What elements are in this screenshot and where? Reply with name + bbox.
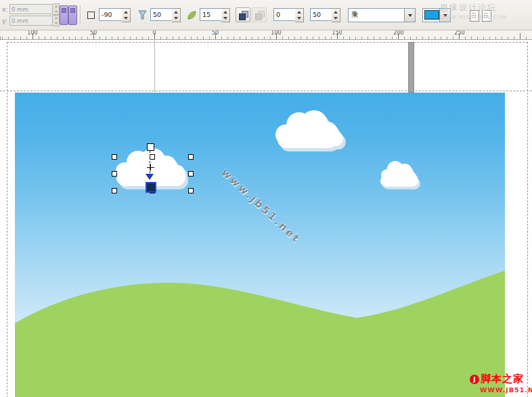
shadow-opacity-icon (135, 7, 150, 22)
y-offset-field (9, 16, 53, 26)
cloud-middle[interactable] (275, 110, 346, 151)
shadow-angle-spinner[interactable] (122, 8, 131, 22)
selection-handle-bottom-left[interactable] (112, 188, 117, 193)
funnel-icon (138, 10, 147, 20)
page-artwork (15, 93, 505, 397)
x-offset-field (9, 4, 53, 14)
shadow-opacity-field[interactable] (150, 8, 173, 21)
page-top-dashed-line (0, 91, 532, 91)
square-icon (87, 11, 95, 19)
toolbar-separator (80, 5, 81, 24)
ruler-label: 100 (271, 30, 281, 36)
shadow-feather-field[interactable] (200, 8, 223, 21)
shadow-opacity-spinner[interactable] (172, 8, 181, 22)
selection-handle-bottom-right[interactable] (188, 188, 194, 193)
ruler-label: 50 (212, 30, 219, 36)
shadow-fade-field[interactable] (273, 8, 296, 21)
y-offset-spinner (53, 15, 60, 26)
selection-handle-mid-left[interactable] (112, 171, 117, 177)
spin-up-icon[interactable] (334, 11, 338, 14)
shadow-angle-icon (83, 7, 98, 22)
shadow-stretch-field[interactable] (310, 8, 333, 21)
selection-handle-top-right[interactable] (188, 154, 194, 160)
spin-up-icon[interactable] (223, 11, 227, 14)
spin-up-icon[interactable] (124, 11, 128, 14)
leaf-icon (187, 10, 197, 20)
merge-mode-dropdown[interactable]: 乘 (348, 8, 416, 22)
selection-handle-top-left[interactable] (112, 154, 117, 160)
shadow-offset-group: x: y: (2, 4, 60, 27)
spin-up-icon (55, 17, 58, 19)
shadow-start-handle[interactable] (147, 143, 154, 151)
chevron-down-icon[interactable] (439, 9, 450, 22)
merge-mode-value: 乘 (349, 9, 404, 22)
spin-up-icon (55, 5, 58, 7)
spin-up-icon[interactable] (174, 11, 178, 14)
shadow-end-handle[interactable] (146, 182, 156, 193)
property-bar: x: y: 乘 (0, 0, 532, 30)
spin-down-icon[interactable] (334, 17, 338, 20)
preset-delete-button[interactable] (68, 5, 77, 25)
x-offset-spinner (53, 3, 60, 15)
copy-shadow-properties-button[interactable] (470, 10, 479, 22)
feather-direction-button[interactable] (236, 7, 250, 22)
shadow-feather-icon (184, 7, 199, 22)
ruler-label: 0 (152, 30, 156, 36)
cloud-small[interactable] (380, 161, 420, 189)
selection-handle-top-mid[interactable] (150, 154, 155, 160)
shadow-stretch-spinner[interactable] (332, 8, 340, 22)
preset-add-button[interactable] (60, 5, 68, 25)
ruler-label: 250 (454, 30, 464, 36)
ruler-label: 200 (393, 30, 403, 36)
spin-down-icon[interactable] (297, 17, 301, 20)
guideline-bar[interactable] (408, 42, 414, 93)
ruler-label: 50 (90, 30, 97, 36)
ruler-label: 100 (27, 30, 37, 36)
clear-shadow-button[interactable] (482, 10, 491, 22)
shadow-angle-field[interactable] (99, 8, 123, 21)
selection-handle-mid-right[interactable] (188, 171, 194, 177)
chevron-down-icon[interactable] (404, 9, 415, 22)
shadow-center-cross-icon (150, 164, 151, 171)
canvas-area[interactable]: www.jb51.net J 脚本之家 WWW.JB51.NET (0, 39, 532, 397)
shadow-fade-spinner[interactable] (295, 8, 304, 22)
shadow-feather-spinner[interactable] (221, 8, 230, 22)
shadow-arrow-icon[interactable] (146, 174, 154, 180)
hills-shape[interactable] (15, 271, 505, 397)
guideline-zero[interactable] (154, 39, 155, 92)
drawing-page[interactable] (15, 93, 505, 397)
spin-up-icon[interactable] (297, 11, 301, 14)
shadow-color-swatch (424, 10, 439, 20)
shadow-color-dropdown[interactable] (422, 8, 451, 22)
y-label: y: (2, 18, 9, 24)
horizontal-ruler[interactable]: 100 50 0 50 100 150 200 250 (0, 30, 532, 40)
spin-down-icon (55, 11, 58, 13)
spin-down-icon[interactable] (124, 17, 128, 20)
feather-direction-icon (239, 11, 248, 20)
ruler-label: 150 (332, 30, 342, 36)
feather-edge-icon (255, 11, 264, 20)
feather-edge-button (252, 7, 267, 22)
spin-down-icon[interactable] (174, 17, 178, 20)
spin-down-icon (55, 22, 58, 24)
spin-down-icon[interactable] (223, 17, 227, 20)
x-label: x: (2, 6, 9, 13)
